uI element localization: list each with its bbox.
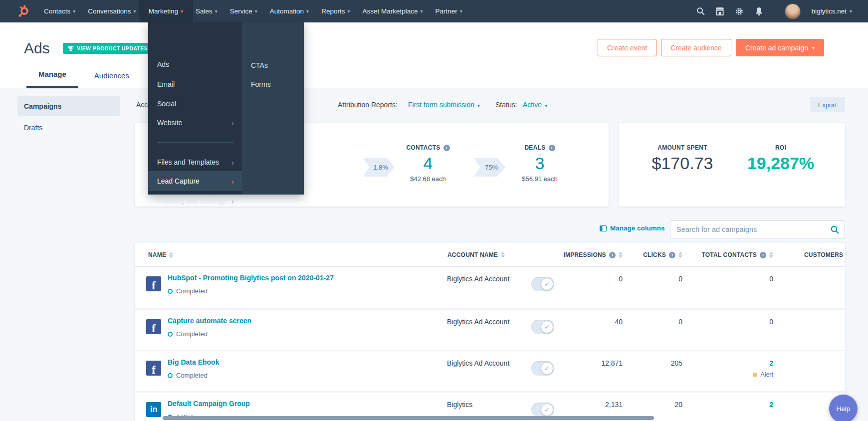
menu-item-ads[interactable]: Ads <box>148 54 242 74</box>
contacts-label-text: CONTACTS <box>406 144 440 151</box>
nav-item-contacts[interactable]: Contacts▾ <box>44 0 75 22</box>
campaign-toggle[interactable]: ✓ <box>531 403 554 417</box>
view-product-updates-badge[interactable]: VIEW PRODUCT UPDATES <box>63 43 153 54</box>
search-input[interactable] <box>670 225 831 233</box>
info-icon[interactable]: i <box>760 252 766 258</box>
help-button[interactable]: Help <box>829 395 858 421</box>
manage-columns-link[interactable]: Manage columns <box>600 224 665 232</box>
page-tabs: Manage Audiences <box>26 62 141 88</box>
deals-stat-value: 3 <box>500 154 580 173</box>
nav-item-partner[interactable]: Partner▾ <box>435 0 462 22</box>
tab-manage[interactable]: Manage <box>26 62 78 88</box>
nav-item-service[interactable]: Service▾ <box>230 0 257 22</box>
menu-item-files-and-templates[interactable]: Files and Templates› <box>148 152 242 172</box>
search-icon[interactable] <box>831 225 839 234</box>
attribution-reports-label: Attribution Reports: <box>338 101 398 109</box>
campaign-toggle[interactable]: ✓ <box>531 320 554 334</box>
nav-item-conversations[interactable]: Conversations▾ <box>88 0 136 22</box>
campaign-name-link[interactable]: Capture automate screen <box>168 317 251 325</box>
hubspot-logo[interactable] <box>17 5 30 18</box>
horizontal-scrollbar[interactable] <box>163 416 654 420</box>
menu-item-email[interactable]: Email <box>148 74 242 94</box>
total-contacts-link[interactable]: 2 <box>769 359 773 367</box>
table-row: f HubSpot - Promoting Biglytics post on … <box>135 267 845 308</box>
attribution-reports-dropdown[interactable]: First form submission▾ <box>408 101 480 109</box>
toggle-check-icon: ✓ <box>541 404 553 416</box>
sidebar-item-campaigns[interactable]: Campaigns <box>17 96 120 116</box>
menu-item-social[interactable]: Social <box>148 94 242 114</box>
marketing-dropdown-menu: Ads Email Social Website› Files and Temp… <box>148 22 304 195</box>
create-event-button[interactable]: Create event <box>598 39 656 56</box>
chevron-down-icon: ▾ <box>850 8 852 14</box>
menu-item-lead-capture[interactable]: Lead Capture› <box>148 171 242 191</box>
linkedin-icon: in <box>146 402 161 417</box>
column-header-impressions[interactable]: IMPRESSIONSi <box>563 243 623 267</box>
status-dropdown[interactable]: Active▾ <box>523 101 547 109</box>
tab-audiences[interactable]: Audiences <box>82 62 141 88</box>
impressions-cell: 40 <box>615 318 623 326</box>
column-header-account-name[interactable]: ACCOUNT NAME <box>447 243 505 267</box>
info-icon[interactable]: i <box>609 252 616 258</box>
notifications-bell-icon[interactable] <box>754 7 763 16</box>
marketplace-icon[interactable] <box>715 7 724 16</box>
info-icon[interactable]: i <box>443 145 450 151</box>
total-contacts-link[interactable]: 2 <box>769 401 773 409</box>
column-header-clicks[interactable]: CLICKSi <box>643 243 682 267</box>
status-value: Active <box>523 101 542 109</box>
nav-item-asset-marketplace[interactable]: Asset Marketplace▾ <box>362 0 423 22</box>
campaign-toggle[interactable]: ✓ <box>531 361 554 376</box>
campaign-toggle[interactable]: ✓ <box>531 277 554 291</box>
deals-label-text: DEALS <box>524 144 545 151</box>
menu-item-website[interactable]: Website› <box>148 113 242 133</box>
facebook-icon: f <box>146 361 161 376</box>
deals-stat-sub: $56.91 each <box>500 175 580 183</box>
submenu-item-ctas[interactable]: CTAs <box>242 55 304 75</box>
chevron-down-icon: ▾ <box>306 8 309 14</box>
chevron-right-icon: › <box>231 119 234 127</box>
header-actions: Create event Create audience Create ad c… <box>598 39 824 56</box>
create-ad-campaign-label: Create ad campaign <box>745 44 808 52</box>
campaign-name-link[interactable]: Default Campaign Group <box>168 400 250 408</box>
column-label: IMPRESSIONS <box>563 251 606 258</box>
account-name: biglytics.net <box>811 7 847 15</box>
menu-item-planning-and-strategy[interactable]: Planning and Strategy› <box>148 191 242 211</box>
nav-label: Contacts <box>44 7 70 15</box>
clicks-cell: 20 <box>674 401 682 409</box>
contacts-stat-label: CONTACTSi <box>388 144 468 151</box>
menu-label: Planning and Strategy <box>157 197 226 205</box>
nav-item-sales[interactable]: Sales▾ <box>196 0 217 22</box>
account-switcher[interactable]: biglytics.net▾ <box>811 7 852 15</box>
create-audience-button[interactable]: Create audience <box>661 39 731 56</box>
export-button[interactable]: Export <box>810 97 845 112</box>
user-avatar[interactable] <box>785 3 801 19</box>
chevron-down-icon: ▾ <box>134 8 136 14</box>
nav-item-marketing[interactable]: Marketing▾ <box>139 0 193 22</box>
sort-icon <box>769 252 773 258</box>
column-label: ACCOUNT NAME <box>447 251 498 258</box>
info-icon[interactable]: i <box>549 145 555 151</box>
column-header-name[interactable]: NAME <box>148 243 173 267</box>
campaign-name-link[interactable]: Big Data Ebook <box>168 358 219 366</box>
clicks-cell: 0 <box>678 275 682 283</box>
info-icon[interactable]: i <box>669 252 675 258</box>
impressions-cell: 12,871 <box>601 359 623 367</box>
submenu-item-forms[interactable]: Forms <box>242 74 304 94</box>
hubspot-ads-screen: Ads VIEW PRODUCT UPDATES Create event Cr… <box>0 0 868 421</box>
column-label: TOTAL CONTACTS <box>701 251 757 258</box>
nav-item-automation[interactable]: Automation▾ <box>270 0 309 22</box>
search-icon[interactable] <box>696 7 705 16</box>
campaign-name-link[interactable]: HubSpot - Promoting Biglytics post on 20… <box>168 274 334 282</box>
deals-stat-label: DEALSi <box>500 144 580 151</box>
chevron-down-icon: ▾ <box>812 45 815 50</box>
clicks-cell: 0 <box>678 318 682 326</box>
column-header-customers[interactable]: CUSTOMERSi <box>804 243 845 267</box>
facebook-icon: f <box>146 319 161 334</box>
settings-gear-icon[interactable] <box>735 7 744 16</box>
create-ad-campaign-button[interactable]: Create ad campaign▾ <box>736 39 824 56</box>
campaign-status: Completed <box>168 372 208 379</box>
nav-label: Conversations <box>88 7 131 15</box>
nav-item-reports[interactable]: Reports▾ <box>321 0 350 22</box>
sidebar-item-drafts[interactable]: Drafts <box>17 118 120 137</box>
column-header-total-contacts[interactable]: TOTAL CONTACTSi <box>701 243 773 267</box>
menu-label: Files and Templates <box>157 158 219 166</box>
